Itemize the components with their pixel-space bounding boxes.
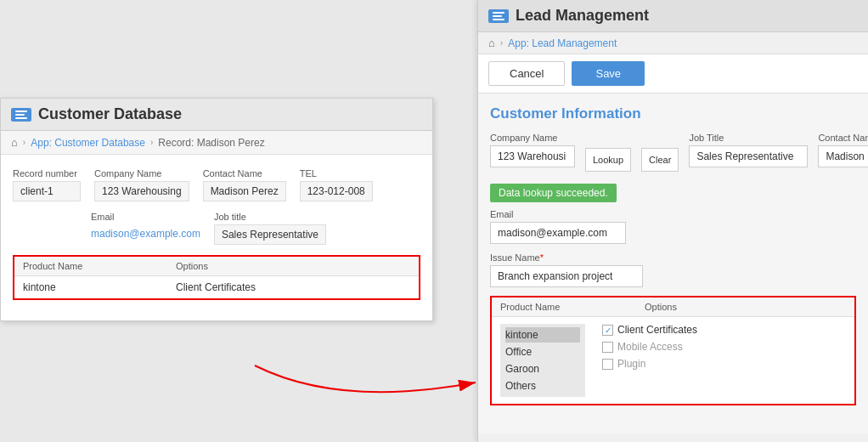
contact-name-value: Madison Perez	[203, 181, 286, 201]
company-name-value: 123 Warehousing	[94, 181, 189, 201]
record-number-label: Record number	[13, 168, 81, 178]
tel-value: 123-012-008	[300, 181, 373, 201]
option-item[interactable]: Plugin	[602, 358, 697, 370]
issue-input[interactable]	[490, 265, 643, 287]
table-header: Product Name Options	[14, 257, 419, 276]
contact-name-label: Contact Name	[203, 168, 286, 178]
option-item[interactable]: ✓Client Certificates	[602, 324, 697, 336]
breadcrumb-record: Record: Madison Perez	[158, 137, 264, 149]
field-issue: Issue Name*	[490, 252, 643, 287]
contact-name-label-right: Contact Name	[818, 133, 868, 143]
field-record-number: Record number client-1	[13, 168, 81, 201]
record-row-1: Record number client-1 Company Name 123 …	[13, 168, 420, 201]
section-title: Customer Information	[490, 105, 856, 122]
right-panel: Lead Management ⌂ › App: Lead Management…	[477, 0, 868, 442]
right-content: Customer Information Company Name Lookup…	[478, 94, 868, 434]
job-title-input[interactable]	[689, 145, 808, 167]
record-row-2: Email madison@example.com Job title Sale…	[91, 212, 420, 245]
email-label: Email	[91, 212, 200, 222]
left-breadcrumb: ⌂ › App: Customer Database › Record: Mad…	[1, 131, 432, 155]
field-job-title: Job title Sales Representative	[214, 212, 326, 245]
field-company-name: Company Name 123 Warehousing	[94, 168, 189, 201]
issue-label: Issue Name*	[490, 252, 643, 263]
options-cell: Client Certificates	[176, 281, 256, 293]
checkbox-unchecked-icon[interactable]	[602, 359, 613, 370]
breadcrumb-app-link[interactable]: App: Customer Database	[31, 137, 145, 149]
checkbox-unchecked-icon[interactable]	[602, 342, 613, 353]
cancel-button[interactable]: Cancel	[488, 61, 565, 86]
left-panel: Customer Database ⌂ › App: Customer Data…	[0, 98, 433, 321]
contact-name-input[interactable]	[818, 145, 868, 167]
product-item[interactable]: Garoon	[505, 361, 580, 377]
success-badge: Data lookup succeeded.	[490, 184, 617, 202]
right-product-col: Product Name	[500, 302, 594, 312]
record-body: Record number client-1 Company Name 123 …	[1, 155, 432, 320]
email-label-right: Email	[490, 209, 626, 219]
job-title-label: Job title	[214, 212, 326, 222]
product-col-header: Product Name	[23, 261, 176, 271]
tel-label: TEL	[300, 168, 373, 178]
options-list: ✓Client CertificatesMobile AccessPlugin	[602, 324, 697, 397]
right-table-header: Product Name Options	[492, 298, 854, 317]
option-label: Mobile Access	[617, 341, 683, 353]
menu-icon	[11, 108, 31, 122]
company-name-label: Company Name	[94, 168, 189, 178]
field-contact-name: Contact Name Madison Perez	[203, 168, 286, 201]
product-item[interactable]: Others	[505, 378, 580, 394]
form-row-company: Company Name Lookup Clear Job Title Cont…	[490, 133, 856, 172]
job-title-label-right: Job Title	[689, 133, 808, 143]
left-table: Product Name Options kintone Client Cert…	[13, 255, 420, 300]
job-title-value: Sales Representative	[214, 224, 326, 245]
right-toolbar: Cancel Save	[478, 54, 868, 94]
right-panel-title: Lead Management	[516, 7, 649, 25]
field-tel: TEL 123-012-008	[300, 168, 373, 201]
field-email: Email madison@example.com	[91, 212, 200, 245]
field-job-title-right: Job Title	[689, 133, 808, 167]
email-value: madison@example.com	[91, 224, 200, 243]
right-menu-icon	[488, 9, 509, 23]
left-panel-header: Customer Database	[1, 99, 432, 131]
save-button[interactable]: Save	[572, 61, 645, 86]
clear-button[interactable]: Clear	[641, 148, 679, 172]
field-company: Company Name	[490, 133, 575, 167]
right-options-col: Options	[645, 302, 677, 312]
record-number-value: client-1	[13, 181, 81, 201]
lookup-button[interactable]: Lookup	[585, 148, 631, 172]
right-home-icon[interactable]: ⌂	[488, 37, 495, 49]
option-label: Client Certificates	[617, 324, 697, 336]
form-row-issue: Issue Name*	[490, 252, 856, 287]
company-input[interactable]	[490, 145, 575, 167]
product-item[interactable]: Office	[505, 344, 580, 360]
option-label: Plugin	[617, 358, 645, 370]
option-item[interactable]: Mobile Access	[602, 341, 697, 353]
checkbox-checked-icon[interactable]: ✓	[602, 325, 613, 336]
field-email-right: Email	[490, 209, 626, 244]
left-panel-title: Customer Database	[38, 105, 182, 123]
product-cell: kintone	[23, 281, 176, 293]
right-panel-header: Lead Management	[478, 0, 868, 32]
right-breadcrumb: ⌂ › App: Lead Management	[478, 32, 868, 54]
product-list: kintoneOfficeGaroonOthers	[500, 324, 585, 397]
product-item[interactable]: kintone	[505, 327, 580, 343]
right-table-body: kintoneOfficeGaroonOthers ✓Client Certif…	[492, 317, 854, 404]
home-icon[interactable]: ⌂	[11, 136, 18, 149]
right-breadcrumb-app[interactable]: App: Lead Management	[508, 37, 617, 49]
form-row-email: Email	[490, 209, 856, 244]
field-contact-name-right: Contact Name	[818, 133, 868, 167]
table-row: kintone Client Certificates	[14, 276, 419, 298]
right-table: Product Name Options kintoneOfficeGaroon…	[490, 296, 856, 405]
email-input[interactable]	[490, 222, 626, 244]
company-label: Company Name	[490, 133, 575, 143]
options-col-header: Options	[176, 261, 208, 271]
